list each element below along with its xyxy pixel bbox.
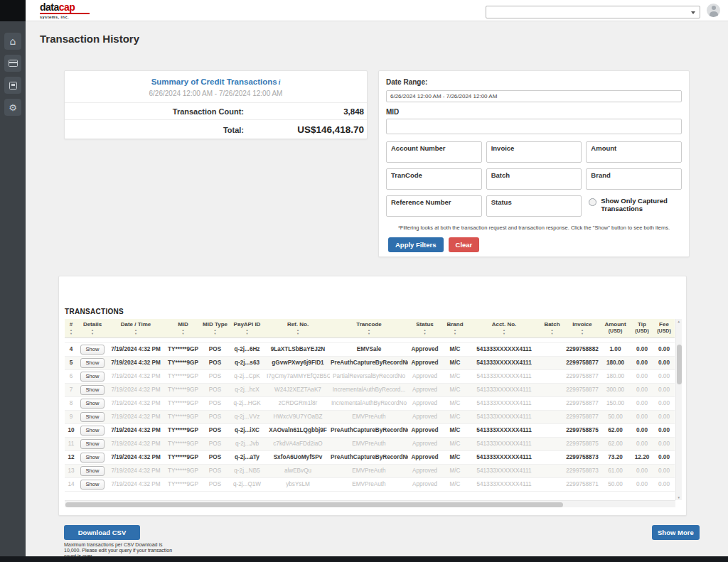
cell-num: 13	[65, 464, 77, 477]
filter-field-brand[interactable]: Brand	[586, 168, 682, 190]
cell-brand: M/C	[441, 383, 469, 396]
col-header-details[interactable]: Details	[77, 319, 107, 337]
cell-mid: TY*****9GP	[164, 342, 202, 356]
cell-fee: 0.00	[653, 383, 675, 396]
cell-invoice: 2299758877	[564, 383, 600, 396]
cell-num: 14	[65, 477, 77, 491]
sidebar-item-transactions[interactable]	[4, 55, 21, 72]
filter-field-status[interactable]: Status	[486, 195, 582, 217]
col-header-batch[interactable]: Batch	[540, 319, 564, 337]
col-header-invoice[interactable]: Invoice	[564, 319, 600, 337]
cell-brand: M/C	[441, 464, 469, 477]
col-header-fee[interactable]: Fee(USD)	[653, 319, 675, 337]
show-details-button[interactable]: Show	[80, 480, 105, 490]
col-header-label: #	[65, 321, 77, 328]
col-header-acct-no[interactable]: Acct. No.	[469, 319, 540, 337]
transactions-table: #DetailsDate / TimeMIDMID TypePayAPI IDR…	[65, 319, 675, 492]
scrollbar-thumb[interactable]	[677, 345, 682, 384]
col-header-date-time[interactable]: Date / Time	[107, 319, 164, 337]
col-header-label: Details	[78, 321, 107, 328]
show-details-button[interactable]: Show	[80, 466, 105, 476]
show-details-button[interactable]: Show	[80, 399, 105, 409]
filter-field-account-number[interactable]: Account Number	[386, 141, 482, 163]
col-header-[interactable]: #	[65, 319, 77, 337]
sort-icon	[503, 329, 505, 335]
cell-acct_no: 541333XXXXXX4111	[469, 410, 540, 423]
show-details-button[interactable]: Show	[80, 345, 105, 355]
sort-icon	[424, 329, 427, 335]
filter-field-batch[interactable]: Batch	[486, 168, 582, 190]
clear-button[interactable]: Clear	[449, 237, 480, 252]
col-header-trancode[interactable]: Trancode	[330, 319, 408, 337]
filter-field-amount[interactable]: Amount	[586, 141, 682, 163]
transactions-panel: TRANSACTIONS #DetailsDate / TimeMIDMID T…	[58, 276, 687, 516]
cell-num: 6	[65, 369, 77, 383]
filter-grid: Account NumberInvoiceAmountTranCodeBatch…	[386, 141, 682, 217]
cell-date: 7/19/2024 4:32 PM	[107, 356, 164, 369]
cell-status: Approved	[408, 396, 441, 410]
col-header-amount[interactable]: Amount(USD)	[600, 319, 631, 337]
col-header-tip[interactable]: Tip(USD)	[631, 319, 653, 337]
show-details-button[interactable]: Show	[80, 358, 105, 368]
vertical-scrollbar[interactable]	[675, 319, 682, 500]
scrollbar-thumb[interactable]	[65, 502, 563, 507]
cell-num: 11	[65, 437, 77, 450]
filter-field-invoice[interactable]: Invoice	[486, 141, 582, 163]
account-select[interactable]	[486, 6, 700, 18]
col-header-label: Invoice	[565, 321, 599, 328]
filter-note: *Filtering looks at both the transaction…	[386, 225, 682, 231]
sidebar-item-settings[interactable]: ⚙	[4, 99, 21, 116]
mid-input[interactable]	[386, 119, 682, 134]
col-header-brand[interactable]: Brand	[441, 319, 469, 337]
cell-trancode: EMVPreAuth	[330, 437, 408, 450]
filter-field-trancode[interactable]: TranCode	[386, 168, 482, 190]
sort-icon	[246, 329, 249, 335]
cell-details: Show	[77, 383, 107, 396]
cell-brand: M/C	[441, 437, 469, 450]
user-avatar-icon[interactable]	[707, 4, 720, 17]
cell-brand: M/C	[441, 356, 469, 369]
col-header-label: Acct. No.	[469, 321, 539, 328]
cell-status: Approved	[408, 369, 441, 383]
sidebar-item-devices[interactable]	[4, 77, 21, 94]
cell-acct_no: 541333XXXXXX4111	[469, 437, 540, 450]
col-header-status[interactable]: Status	[408, 319, 441, 337]
col-header-mid-type[interactable]: MID Type	[202, 319, 228, 337]
table-row: 5Show7/19/2024 4:32 PMTY*****9GPPOSq-2j.…	[65, 356, 675, 369]
show-details-button[interactable]: Show	[80, 412, 105, 422]
cell-ref_no: gGvwPXwy6j9FID1	[266, 356, 330, 369]
sort-icon	[70, 329, 73, 335]
apply-filters-button[interactable]: Apply Filters	[388, 237, 444, 252]
cell-invoice: 2299758875	[564, 423, 600, 437]
captured-toggle[interactable]	[589, 198, 596, 206]
cell-ref_no: XAOvaln61LQgbbj9F	[266, 423, 330, 437]
download-csv-button[interactable]: Download CSV	[64, 525, 140, 540]
date-range-input[interactable]	[386, 90, 682, 102]
cell-tip: 0.00	[631, 477, 653, 491]
horizontal-scrollbar[interactable]	[65, 500, 675, 507]
cell-fee: 0.00	[653, 423, 675, 437]
cell-acct_no: 541333XXXXXX4111	[469, 396, 540, 410]
col-header-ref-no[interactable]: Ref. No.	[266, 319, 330, 337]
show-details-button[interactable]: Show	[80, 372, 105, 382]
cell-mid_type: POS	[202, 383, 228, 396]
info-icon[interactable]: i	[279, 79, 281, 86]
cell-ref_no: SxfoA6UoMyfSPv	[266, 450, 330, 464]
show-more-button[interactable]: Show More	[652, 525, 700, 540]
cell-amount: 50.00	[600, 410, 631, 423]
table-row: 13Show7/19/2024 4:32 PMTY*****9GPPOSq-2j…	[65, 464, 675, 477]
show-details-button[interactable]: Show	[80, 426, 105, 436]
cell-status: Approved	[408, 410, 441, 423]
cell-mid: TY*****9GP	[164, 410, 202, 423]
show-details-button[interactable]: Show	[80, 453, 105, 463]
summary-title[interactable]: Summary of Credit Transactionsi	[65, 77, 367, 86]
col-header-mid[interactable]: MID	[164, 319, 202, 337]
partial-scrolled-row	[65, 337, 675, 342]
filter-field-reference-number[interactable]: Reference Number	[386, 195, 482, 217]
show-details-button[interactable]: Show	[80, 439, 105, 449]
cell-batch	[540, 423, 564, 437]
col-header-payapi-id[interactable]: PayAPI ID	[228, 319, 266, 337]
show-details-button[interactable]: Show	[80, 385, 105, 395]
sidebar-item-home[interactable]: ⌂	[4, 33, 21, 50]
filter-field-label: Amount	[591, 144, 677, 152]
